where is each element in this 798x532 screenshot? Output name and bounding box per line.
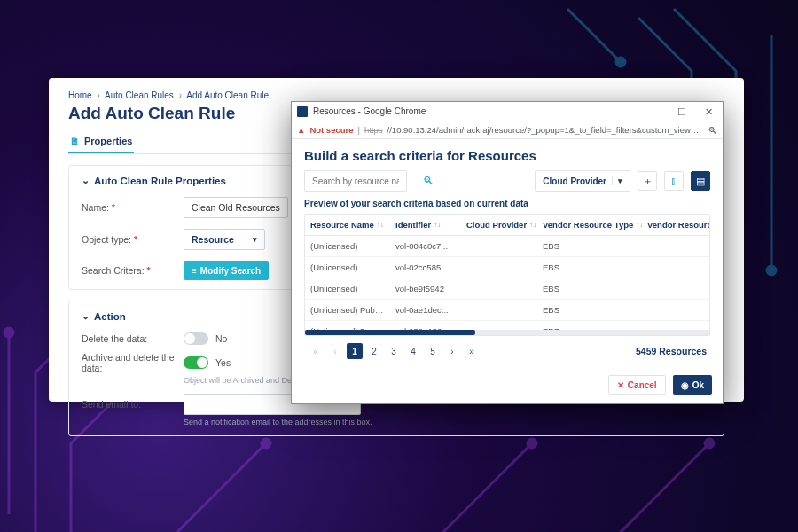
svg-point-7	[262, 439, 270, 448]
chevron-down-icon: ⌄	[82, 310, 90, 322]
page-number-button[interactable]: 5	[425, 343, 441, 359]
horizontal-scrollbar[interactable]	[305, 330, 709, 335]
plus-icon: ＋	[643, 175, 653, 188]
svg-point-5	[4, 328, 13, 337]
chevron-down-icon: ▾	[612, 176, 622, 185]
sliders-icon: ≡	[192, 266, 197, 276]
sort-icon: ↑↓	[434, 221, 441, 229]
table-cell: (Unlicensed)	[305, 257, 390, 278]
search-input[interactable]	[312, 176, 399, 186]
object-type-select[interactable]: Resource ▾	[184, 229, 265, 250]
breadcrumb-item[interactable]: Auto Clean Rules	[105, 90, 174, 100]
col-vendor-subtype[interactable]: Vendor Resource Subtype↑↓	[642, 215, 710, 235]
svg-point-8	[528, 439, 536, 448]
page-last-button[interactable]: »	[464, 343, 480, 359]
filter-label: Cloud Provider	[543, 176, 606, 186]
popup-title: Build a search criteria for Resources	[304, 148, 710, 163]
email-hint: Send a notification email to the address…	[184, 418, 711, 426]
name-label: Name: *	[82, 202, 184, 213]
chevron-down-icon: ▾	[253, 235, 257, 244]
close-button[interactable]: ✕	[698, 104, 719, 120]
table-cell: vol-0ae1dec...	[390, 300, 461, 320]
add-filter-button[interactable]: ＋	[638, 171, 657, 191]
breadcrumb-sep: ›	[97, 90, 99, 100]
table-cell	[642, 278, 709, 299]
page-number-button[interactable]: 4	[405, 343, 421, 359]
clear-filter-button[interactable]: ⫿	[664, 171, 684, 191]
svg-point-9	[705, 439, 714, 448]
chevron-down-icon: ⌄	[82, 175, 90, 186]
grid-icon: ▤	[696, 176, 705, 187]
page-number-button[interactable]: 2	[366, 343, 382, 359]
table-cell: (Unlicensed)	[305, 236, 390, 256]
col-identifier[interactable]: Identifier↑↓	[390, 215, 461, 235]
table-cell: EBS	[537, 236, 642, 256]
table-cell: (Unlicensed) Public-...	[305, 300, 390, 320]
view-button[interactable]: ▤	[691, 171, 710, 191]
search-icon[interactable]: 🔍︎	[708, 125, 717, 136]
preview-label: Preview of your search criteria based on…	[304, 199, 710, 208]
table-cell: EBS	[537, 278, 642, 299]
resources-popup-window: Resources - Google Chrome — ☐ ✕ ▲ Not se…	[291, 101, 724, 404]
col-cloud-provider[interactable]: Cloud Provider↑↓	[461, 215, 537, 235]
table-row[interactable]: (Unlicensed) Brenda...vol-0504152...EBS	[305, 321, 709, 330]
col-resource-name[interactable]: Resource Name↑↓	[305, 215, 390, 235]
archive-delete-label: Archive and delete the data:	[82, 352, 184, 373]
table-cell: vol-be9f5942	[390, 278, 461, 299]
table-cell: (Unlicensed)	[305, 278, 390, 299]
table-cell	[642, 257, 709, 278]
minimize-button[interactable]: —	[645, 104, 666, 120]
search-criteria-label: Search Critera: *	[82, 265, 184, 276]
search-input-wrapper	[304, 170, 407, 192]
delete-data-toggle[interactable]	[184, 332, 208, 345]
maximize-button[interactable]: ☐	[671, 104, 692, 120]
document-icon: 🗎	[70, 136, 80, 146]
breadcrumb-sep: ›	[179, 90, 182, 100]
modify-search-button[interactable]: ≡ Modify Search	[184, 261, 269, 280]
archive-delete-toggle[interactable]	[184, 356, 208, 369]
table-cell: vol-0504152...	[390, 321, 461, 330]
table-cell	[461, 321, 537, 330]
page-number-button[interactable]: 3	[386, 343, 402, 359]
button-label: Cancel	[628, 380, 657, 390]
window-title: Resources - Google Chrome	[313, 106, 639, 116]
table-row[interactable]: (Unlicensed) Public-...vol-0ae1dec...EBS	[305, 300, 709, 321]
page-next-button[interactable]: ›	[444, 343, 460, 359]
object-type-label: Object type: *	[82, 234, 184, 245]
table-cell: (Unlicensed) Brenda...	[305, 321, 390, 330]
ok-button[interactable]: ◉ Ok	[673, 375, 712, 395]
button-label: Ok	[692, 380, 704, 390]
table-cell	[461, 236, 537, 256]
search-icon[interactable]: 🔍︎	[423, 175, 434, 187]
table-cell	[461, 278, 537, 299]
name-input[interactable]	[184, 197, 288, 218]
toggle-value: No	[215, 333, 227, 344]
page-first-button[interactable]: «	[308, 343, 324, 359]
protocol-label: https	[364, 125, 383, 135]
not-secure-icon: ▲	[297, 125, 305, 135]
section-title: Action	[94, 311, 126, 322]
table-cell: EBS	[537, 321, 642, 330]
page-prev-button[interactable]: ‹	[327, 343, 343, 359]
url-text[interactable]: //10.90.13.24/admin/rackraj/resource/?_p…	[387, 125, 703, 135]
breadcrumb: Home › Auto Clean Rules › Add Auto Clean…	[68, 90, 724, 100]
breadcrumb-item[interactable]: Home	[68, 90, 92, 100]
sort-icon: ↑↓	[529, 221, 536, 229]
col-vendor-type[interactable]: Vendor Resource Type↑↓	[537, 215, 642, 235]
not-secure-label: Not secure	[309, 125, 353, 135]
cloud-provider-filter[interactable]: Cloud Provider ▾	[535, 170, 630, 192]
table-cell: EBS	[537, 300, 642, 320]
table-cell: EBS	[537, 257, 642, 278]
table-cell: vol-004c0c7...	[390, 236, 461, 256]
close-icon: ✕	[617, 380, 624, 390]
cancel-button[interactable]: ✕ Cancel	[608, 375, 666, 395]
window-titlebar: Resources - Google Chrome — ☐ ✕	[292, 102, 723, 121]
table-row[interactable]: (Unlicensed)vol-004c0c7...EBS	[305, 236, 709, 257]
table-cell	[642, 236, 709, 256]
table-row[interactable]: (Unlicensed)vol-be9f5942EBS	[305, 278, 709, 300]
table-row[interactable]: (Unlicensed)vol-02cc585...EBS	[305, 257, 709, 278]
table-cell	[642, 300, 709, 320]
tab-properties[interactable]: 🗎 Properties	[68, 130, 134, 153]
page-number-button[interactable]: 1	[347, 343, 363, 359]
sort-icon: ↑↓	[377, 221, 384, 229]
